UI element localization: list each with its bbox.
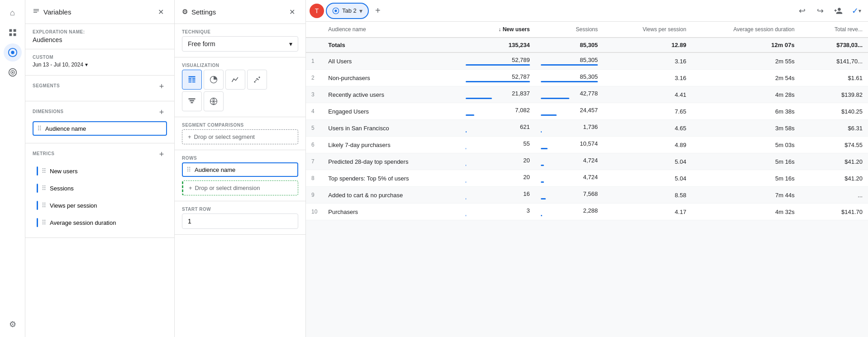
table-row: 7Predicted 28-day top spenders204,7245.0… [306, 153, 868, 170]
row-views-per-session: 3.16 [603, 52, 692, 70]
exploration-label: EXPLORATION NAME: [33, 29, 167, 34]
tab-actions: ↩ ↪ ✓ ▾ [794, 3, 864, 19]
add-segment-button[interactable]: + [156, 81, 167, 92]
tab-chevron-icon: ▾ [359, 7, 362, 14]
drag-handle-icon: ⠿ [42, 219, 46, 226]
row-views-per-session: 7.65 [603, 103, 692, 120]
svg-rect-12 [189, 76, 196, 78]
row-sessions: 7,568 [535, 187, 603, 204]
add-tab-button[interactable]: + [371, 4, 385, 18]
segment-drop-zone[interactable]: + Drop or select segment [182, 129, 298, 144]
metric-sessions[interactable]: ⠿ Sessions [33, 180, 167, 196]
sort-down-icon: ↓ [498, 26, 502, 33]
add-user-button[interactable] [830, 3, 846, 19]
row-avg-duration: 4m 28s [692, 86, 800, 103]
svg-point-22 [258, 76, 260, 78]
metric-avg-session-duration[interactable]: ⠿ Average session duration [33, 215, 167, 230]
row-sessions: 2,288 [535, 204, 603, 220]
viz-pie-button[interactable] [204, 70, 224, 90]
date-range-value: Jun 13 - Jul 10, 2024 [33, 62, 83, 68]
start-row-section: START ROW [175, 201, 305, 235]
dimension-drop-label: Drop or select dimension [195, 185, 260, 191]
totals-row: Totals 135,234 85,305 12.89 12m 07s $738… [306, 38, 868, 52]
metric-indicator [37, 166, 38, 176]
visualization-label: VISUALIZATION [182, 63, 298, 68]
metric-new-users[interactable]: ⠿ New users [33, 163, 167, 179]
metric-views-per-session[interactable]: ⠿ Views per session [33, 198, 167, 213]
col-total-rev[interactable]: Total reve... [800, 22, 868, 38]
technique-dropdown[interactable]: Free form ▾ [182, 36, 298, 52]
segments-label: SEGMENTS [33, 83, 60, 88]
row-avg-duration: 6m 38s [692, 103, 800, 120]
row-views-per-session: 5.04 [603, 153, 692, 170]
viz-funnel-button[interactable] [182, 91, 202, 111]
metric-label: Sessions [50, 185, 74, 192]
redo-button[interactable]: ↪ [812, 3, 828, 19]
home-icon[interactable]: ⌂ [4, 4, 22, 22]
check-button[interactable]: ✓ ▾ [848, 3, 864, 19]
rows-dimension-item[interactable]: ⠿ Audience name [182, 162, 298, 177]
totals-audience: Totals [323, 38, 460, 52]
audience-icon[interactable] [4, 63, 22, 81]
row-new-users: 16 [460, 187, 535, 204]
row-views-per-session: 4.17 [603, 204, 692, 220]
add-dimension-button[interactable]: + [156, 107, 167, 118]
col-new-users[interactable]: ↓ New users [460, 22, 535, 38]
col-views-per-session[interactable]: Views per session [603, 22, 692, 38]
settings-close-button[interactable]: ✕ [286, 5, 298, 18]
row-views-per-session: 4.41 [603, 86, 692, 103]
row-sessions: 85,305 [535, 52, 603, 70]
row-new-users: 20 [460, 170, 535, 187]
svg-point-8 [12, 71, 13, 73]
col-avg-duration[interactable]: Average session duration [692, 22, 800, 38]
table-row: 1All Users52,78985,3053.162m 55s$141,70.… [306, 52, 868, 70]
row-number: 4 [306, 103, 323, 120]
variables-close-button[interactable]: ✕ [154, 5, 167, 18]
dimension-drop-zone[interactable]: + Drop or select dimension [182, 180, 298, 195]
row-total-rev: ... [800, 187, 868, 204]
metrics-section: METRICS + ⠿ New users ⠿ Sessions ⠿ Views… [25, 143, 174, 238]
visualization-section: VISUALIZATION [175, 57, 305, 117]
row-sessions: 42,778 [535, 86, 603, 103]
viz-table-button[interactable] [182, 70, 202, 90]
table-row: 4Engaged Users7,08224,4577.656m 38s$140.… [306, 103, 868, 120]
tab-2[interactable]: Tab 2 ▾ [326, 3, 369, 19]
date-range-selector[interactable]: Jun 13 - Jul 10, 2024 ▾ [33, 60, 167, 70]
col-sessions[interactable]: Sessions [535, 22, 603, 38]
main-content: T Tab 2 ▾ + ↩ ↪ ✓ ▾ Audience name [306, 0, 868, 337]
settings-icon[interactable]: ⚙ [4, 315, 22, 333]
row-views-per-session: 4.65 [603, 120, 692, 137]
viz-line-button[interactable] [225, 70, 245, 90]
row-number: 7 [306, 153, 323, 170]
row-sessions: 1,736 [535, 120, 603, 137]
viz-scatter-button[interactable] [247, 70, 267, 90]
dimensions-header: DIMENSIONS + [33, 107, 167, 118]
rows-label: ROWS [182, 156, 298, 161]
svg-rect-0 [9, 29, 12, 32]
segment-drop-label: Drop or select segment [194, 133, 255, 140]
start-row-input[interactable] [182, 214, 298, 229]
svg-rect-27 [191, 102, 193, 104]
row-total-rev: $41.20 [800, 170, 868, 187]
segments-section: SEGMENTS + [25, 76, 174, 101]
col-audience-name[interactable]: Audience name [323, 22, 460, 38]
segments-header: SEGMENTS + [33, 81, 167, 92]
plus-icon: + [188, 133, 191, 140]
totals-views: 12.89 [603, 38, 692, 52]
dimension-audience-name[interactable]: ⠿ Audience name [33, 121, 167, 136]
explore-icon[interactable] [4, 43, 22, 62]
add-metric-button[interactable]: + [156, 149, 167, 160]
row-avg-duration: 4m 32s [692, 204, 800, 220]
chart-icon[interactable] [4, 24, 22, 42]
row-number: 3 [306, 86, 323, 103]
row-sessions: 4,724 [535, 153, 603, 170]
metrics-label: METRICS [33, 151, 55, 156]
gear-icon: ⚙ [182, 8, 188, 16]
undo-button[interactable]: ↩ [794, 3, 810, 19]
variables-title: Variables [33, 8, 71, 16]
viz-map-button[interactable] [204, 91, 224, 111]
totals-new-users: 135,234 [460, 38, 535, 52]
row-avg-duration: 3m 58s [692, 120, 800, 137]
totals-row-num [306, 38, 323, 52]
svg-rect-18 [192, 81, 196, 82]
